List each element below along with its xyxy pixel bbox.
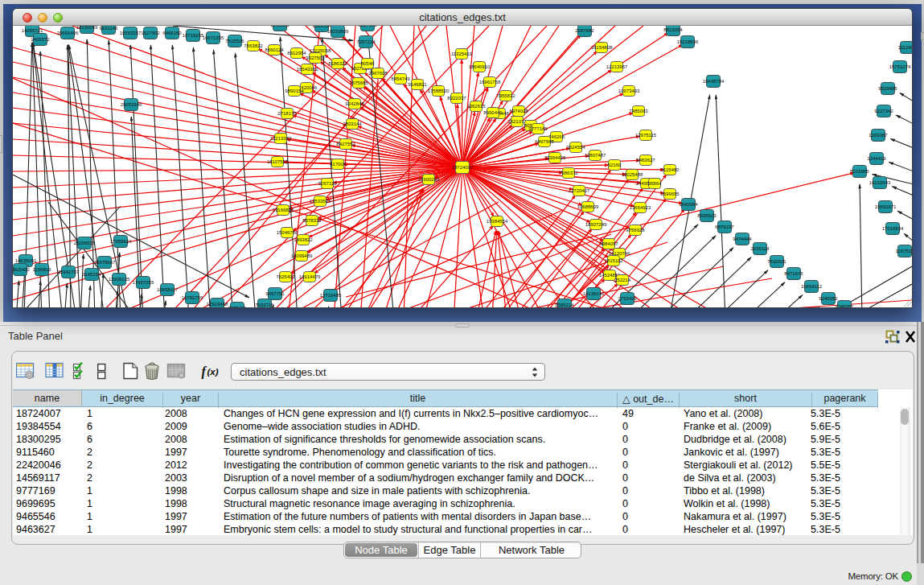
svg-text:8595214: 8595214 <box>555 303 574 307</box>
svg-text:1065521: 1065521 <box>270 26 290 27</box>
svg-text:9457791: 9457791 <box>265 291 285 296</box>
svg-text:18907249: 18907249 <box>585 222 607 227</box>
svg-text:12213967: 12213967 <box>606 64 628 69</box>
svg-text:19166825: 19166825 <box>273 208 294 212</box>
svg-text:12923468: 12923468 <box>207 302 228 307</box>
svg-text:95864: 95864 <box>648 181 662 186</box>
svg-text:80546: 80546 <box>361 61 375 66</box>
svg-text:14136141: 14136141 <box>583 291 605 296</box>
svg-text:12213382: 12213382 <box>270 136 292 141</box>
svg-text:17359924: 17359924 <box>110 239 132 244</box>
svg-text:9115460: 9115460 <box>661 167 680 172</box>
svg-text:18640910: 18640910 <box>469 64 491 69</box>
svg-text:10973493: 10973493 <box>618 89 640 93</box>
svg-text:3267110: 3267110 <box>318 181 338 186</box>
svg-text:62160: 62160 <box>608 163 622 167</box>
svg-text:10958117: 10958117 <box>157 287 179 292</box>
svg-text:9227342: 9227342 <box>874 109 893 113</box>
svg-text:20691406: 20691406 <box>57 31 79 35</box>
svg-text:1405572: 1405572 <box>31 37 50 42</box>
svg-text:3675685: 3675685 <box>349 80 368 85</box>
svg-text:252214: 252214 <box>614 278 631 282</box>
svg-text:10807487: 10807487 <box>585 153 606 158</box>
svg-text:6974028: 6974028 <box>509 109 528 113</box>
svg-text:8990441: 8990441 <box>483 110 503 115</box>
svg-text:7357224: 7357224 <box>356 39 376 44</box>
svg-text:(x): (x) <box>207 367 219 377</box>
svg-text:9245052: 9245052 <box>819 296 838 301</box>
svg-text:8813054: 8813054 <box>663 27 683 32</box>
svg-text:9474444: 9474444 <box>733 237 752 241</box>
svg-text:7633716: 7633716 <box>255 303 274 307</box>
svg-text:17016504: 17016504 <box>882 226 904 231</box>
svg-text:1733426: 1733426 <box>618 296 637 301</box>
svg-text:1493822: 1493822 <box>294 237 313 242</box>
svg-text:1640954: 1640954 <box>679 202 698 207</box>
svg-text:17957255: 17957255 <box>133 280 154 285</box>
svg-text:1209387: 1209387 <box>869 133 888 138</box>
svg-text:9699695: 9699695 <box>660 192 680 196</box>
svg-text:1145154: 1145154 <box>83 272 102 277</box>
svg-text:16033809: 16033809 <box>327 29 349 34</box>
svg-text:7386372: 7386372 <box>559 171 578 175</box>
svg-text:6497568: 6497568 <box>535 139 554 144</box>
svg-text:12975115: 12975115 <box>635 133 657 138</box>
svg-text:13716485: 13716485 <box>320 293 342 298</box>
svg-text:16648784: 16648784 <box>703 79 725 84</box>
svg-text:1815112: 1815112 <box>605 258 624 263</box>
svg-text:13533594: 13533594 <box>310 199 331 204</box>
svg-text:14635061: 14635061 <box>15 258 37 263</box>
svg-text:8938923: 8938923 <box>697 213 717 218</box>
svg-text:1167533: 1167533 <box>896 249 912 253</box>
svg-text:2803144: 2803144 <box>343 122 362 126</box>
svg-text:7955812: 7955812 <box>496 93 515 98</box>
svg-text:2935114: 2935114 <box>751 246 770 251</box>
svg-text:18230059: 18230059 <box>76 26 98 30</box>
svg-text:29053346: 29053346 <box>121 102 142 107</box>
svg-text:9463627: 9463627 <box>636 158 655 163</box>
svg-text:9777169: 9777169 <box>528 126 548 131</box>
svg-text:8471676: 8471676 <box>784 271 803 276</box>
svg-text:9146821: 9146821 <box>408 82 427 87</box>
svg-text:8427552: 8427552 <box>336 142 355 146</box>
svg-text:f: f <box>202 365 207 379</box>
svg-text:9529965: 9529965 <box>878 86 897 91</box>
svg-text:9984067: 9984067 <box>599 241 618 246</box>
svg-text:15692971: 15692971 <box>875 204 897 209</box>
svg-text:15751074: 15751074 <box>889 64 911 69</box>
svg-text:12942757: 12942757 <box>58 270 80 274</box>
svg-text:7632621: 7632621 <box>767 259 786 264</box>
svg-text:9313554: 9313554 <box>312 26 331 28</box>
svg-text:10688609: 10688609 <box>577 204 599 209</box>
svg-text:3915400: 3915400 <box>13 267 30 272</box>
svg-text:7515526: 7515526 <box>225 39 244 43</box>
svg-text:1244419: 1244419 <box>867 156 886 161</box>
svg-text:8186323: 8186323 <box>328 61 347 66</box>
svg-text:7625402: 7625402 <box>276 274 295 279</box>
svg-text:2967608: 2967608 <box>368 71 388 76</box>
svg-text:9931146: 9931146 <box>100 26 119 31</box>
svg-text:7663822: 7663822 <box>244 43 263 48</box>
svg-text:16671355: 16671355 <box>203 35 224 40</box>
svg-text:12720407: 12720407 <box>569 188 590 193</box>
svg-text:9327509: 9327509 <box>306 56 325 60</box>
svg-text:8912954: 8912954 <box>287 51 306 56</box>
svg-text:1156819: 1156819 <box>33 267 52 272</box>
svg-text:19384554: 19384554 <box>487 219 508 224</box>
svg-text:8454749: 8454749 <box>391 76 410 81</box>
svg-text:1362615: 1362615 <box>466 104 486 109</box>
svg-text:1527602: 1527602 <box>141 31 160 35</box>
svg-text:25300293: 25300293 <box>418 177 440 182</box>
svg-text:20364436: 20364436 <box>544 155 566 160</box>
svg-text:12905135: 12905135 <box>109 277 130 282</box>
svg-text:1527525: 1527525 <box>358 26 377 27</box>
svg-text:16543362: 16543362 <box>297 67 318 72</box>
svg-text:2087682: 2087682 <box>575 28 594 33</box>
svg-text:14055721: 14055721 <box>22 28 43 33</box>
svg-text:10654112: 10654112 <box>801 284 823 289</box>
svg-text:9890154: 9890154 <box>285 89 304 93</box>
svg-text:16782759: 16782759 <box>182 295 203 300</box>
svg-text:8215955: 8215955 <box>850 169 869 174</box>
svg-text:14099489: 14099489 <box>291 253 313 258</box>
svg-text:8660124: 8660124 <box>265 47 284 52</box>
